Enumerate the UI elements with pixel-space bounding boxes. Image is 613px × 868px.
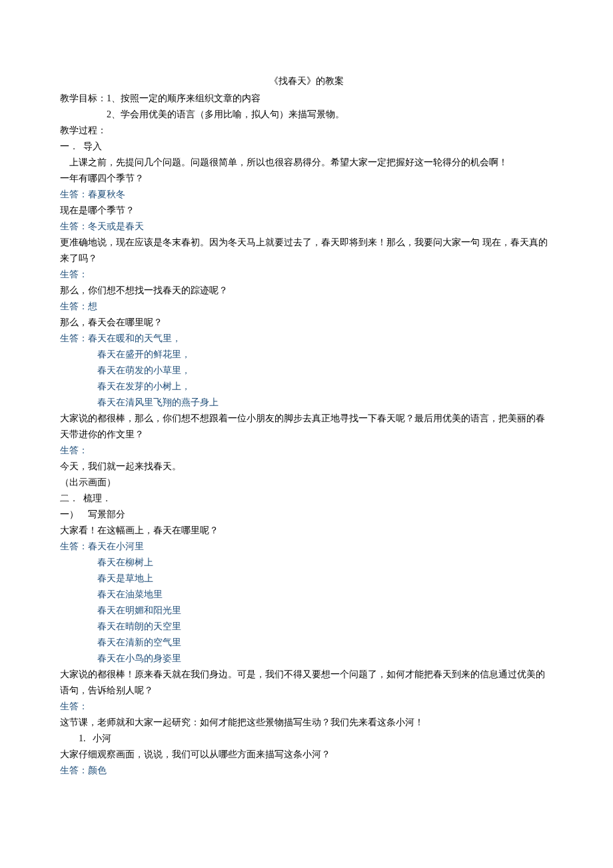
text-line: 生答：颜色 [60,763,553,779]
text-line: 大家说的都很棒！原来春天就在我们身边。可是，我们不得又要想一个问题了，如何才能把… [60,667,553,699]
text-line: 更准确地说，现在应该是冬末春初。因为冬天马上就要过去了，春天即将到来！那么，我要… [60,235,553,267]
text-line: 生答：想 [60,299,553,315]
text-line: 生答： [60,699,553,715]
text-line: 一年有哪四个季节？ [60,171,553,187]
text-line: 现在是哪个季节？ [60,203,553,219]
text-line: 春天在柳树上 [60,555,553,571]
document-body: 教学目标：1、按照一定的顺序来组织文章的内容2、学会用优美的语言（多用比喻，拟人… [60,91,553,779]
text-line: 1. 小河 [60,731,553,747]
text-line: 春天在油菜地里 [60,587,553,603]
text-line: 生答：春夏秋冬 [60,187,553,203]
text-line: 春天在盛开的鲜花里， [60,347,553,363]
text-line: 二． 梳理． [60,491,553,507]
text-line: 这节课，老师就和大家一起研究：如何才能把这些景物描写生动？我们先来看这条小河！ [60,715,553,731]
text-line: 大家说的都很棒，那么，你们想不想跟着一位小朋友的脚步去真正地寻找一下春天呢？最后… [60,411,553,443]
text-line: 大家仔细观察画面，说说，我们可以从哪些方面来描写这条小河？ [60,747,553,763]
text-line: 教学过程： [60,123,553,139]
text-line: 生答：冬天或是春天 [60,219,553,235]
text-line: 春天在清新的空气里 [60,635,553,651]
text-line: 教学目标：1、按照一定的顺序来组织文章的内容 [60,91,553,107]
text-line: 春天在晴朗的天空里 [60,619,553,635]
text-line: 一） 写景部分 [60,507,553,523]
text-line: 生答：春天在暖和的天气里， [60,331,553,347]
page-title: 《找春天》的教案 [60,73,553,89]
text-line: 上课之前，先提问几个问题。问题很简单，所以也很容易得分。希望大家一定把握好这一轮… [60,155,553,171]
text-line: 那么，你们想不想找一找春天的踪迹呢？ [60,283,553,299]
text-line: 春天在萌发的小草里， [60,363,553,379]
text-line: 今天，我们就一起来找春天。 [60,459,553,475]
text-line: 那么，春天会在哪里呢？ [60,315,553,331]
text-line: 春天在明媚和阳光里 [60,603,553,619]
text-line: （出示画面） [60,475,553,491]
text-line: 春天是草地上 [60,571,553,587]
text-line: 生答： [60,267,553,283]
text-line: 一． 导入 [60,139,553,155]
text-line: 春天在发芽的小树上， [60,379,553,395]
text-line: 大家看！在这幅画上，春天在哪里呢？ [60,523,553,539]
document-page: 《找春天》的教案 教学目标：1、按照一定的顺序来组织文章的内容2、学会用优美的语… [0,0,613,819]
text-line: 春天在清风里飞翔的燕子身上 [60,395,553,411]
text-line: 春天在小鸟的身姿里 [60,651,553,667]
text-line: 生答： [60,443,553,459]
text-line: 生答：春天在小河里 [60,539,553,555]
text-line: 2、学会用优美的语言（多用比喻，拟人句）来描写景物。 [60,107,553,123]
